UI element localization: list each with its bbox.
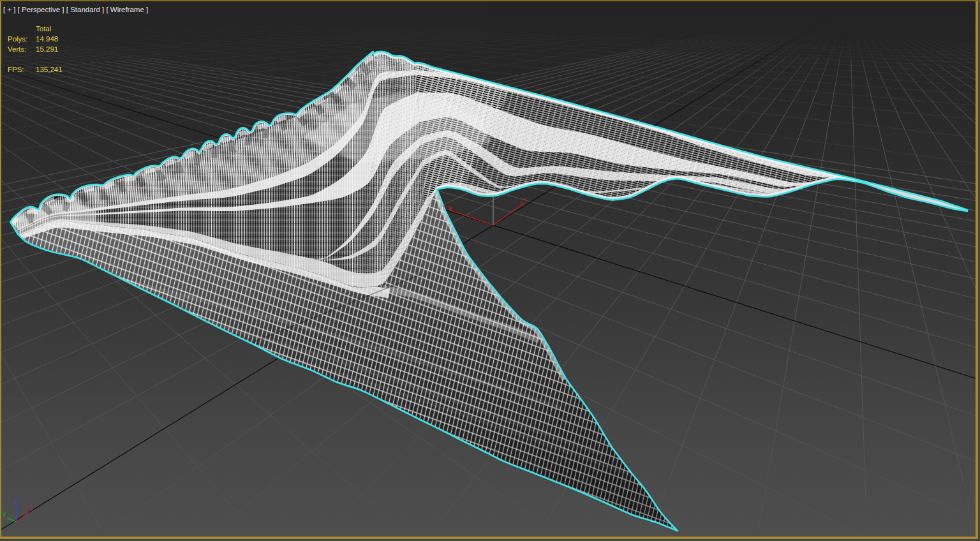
svg-text:FPS:: FPS: bbox=[8, 66, 24, 73]
svg-text:Verts:: Verts: bbox=[8, 45, 26, 53]
svg-text:Polys:: Polys: bbox=[8, 35, 27, 43]
svg-text:x: x bbox=[523, 196, 526, 202]
svg-text:14.948: 14.948 bbox=[36, 35, 58, 43]
svg-text:x: x bbox=[29, 505, 33, 512]
svg-text:Total: Total bbox=[36, 25, 51, 33]
svg-text:y: y bbox=[3, 510, 6, 517]
svg-text:[ + ] [ Perspective ] [ Standa: [ + ] [ Perspective ] [ Standard ] [ Wir… bbox=[3, 6, 148, 13]
svg-text:15.291: 15.291 bbox=[36, 45, 58, 53]
svg-text:135,241: 135,241 bbox=[36, 66, 63, 73]
svg-text:y: y bbox=[443, 203, 445, 209]
svg-text:Z: Z bbox=[14, 500, 18, 507]
